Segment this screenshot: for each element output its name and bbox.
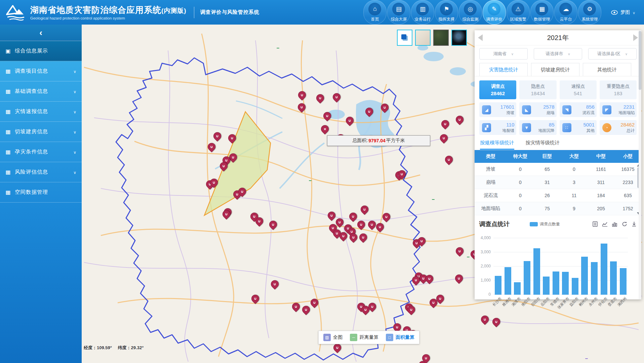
hazard-type-card[interactable]: ◤ 2231 地面塌陷	[600, 102, 637, 117]
hazard-pin-marker[interactable]	[376, 223, 384, 232]
hazard-pin-marker[interactable]	[492, 318, 500, 327]
point-card[interactable]: 重要隐患点 183	[600, 80, 637, 99]
sidebar-item[interactable]: ▦ 孕灾条件信息	[0, 142, 82, 162]
eye-icon[interactable]	[611, 10, 618, 15]
hazard-pin-marker[interactable]	[368, 303, 376, 312]
hazard-pin-marker[interactable]	[210, 179, 217, 188]
hazard-type-card[interactable]: ▞ 110 地裂缝	[479, 120, 516, 135]
sidebar-collapse-button[interactable]	[0, 25, 82, 41]
sidebar-item[interactable]: ▦ 灾情速报信息	[0, 102, 82, 122]
sidebar-item[interactable]: ▦ 基础调查信息	[0, 81, 82, 102]
nav-item[interactable]: ⚙ 系统管理	[578, 0, 601, 25]
hazard-pin-marker[interactable]	[383, 213, 390, 222]
hazard-pin-marker[interactable]	[302, 306, 310, 315]
hazard-pin-marker[interactable]	[298, 103, 305, 113]
hazard-pin-marker[interactable]	[440, 134, 447, 144]
hazard-pin-marker[interactable]	[229, 153, 237, 163]
nav-item[interactable]: ▥ 业务运行	[411, 0, 434, 25]
chart-legend[interactable]: 调查点数量	[530, 221, 560, 227]
hazard-pin-marker[interactable]	[456, 116, 463, 125]
sidebar-item[interactable]: ▣ 综合信息展示	[0, 41, 82, 61]
region-select[interactable]: 请选择县/区	[588, 48, 637, 60]
stat-tab[interactable]: 切坡建房统计	[531, 63, 579, 76]
region-select[interactable]: 湖南省	[479, 48, 528, 60]
hazard-pin-marker[interactable]	[350, 233, 357, 243]
sub-tab[interactable]: 按规模等级统计	[480, 140, 514, 150]
hazard-pin-marker[interactable]	[298, 91, 306, 101]
table-row[interactable]: 泥石流026 11184635	[475, 189, 641, 202]
hazard-type-card[interactable]: ◣ 2578 崩塌	[519, 102, 556, 117]
stat-tab[interactable]: 灾害隐患统计	[479, 63, 528, 76]
sidebar-item[interactable]: ▦ 切坡建房信息	[0, 122, 82, 142]
hazard-pin-marker[interactable]	[208, 143, 215, 152]
hazard-pin-marker[interactable]	[455, 275, 462, 284]
map-tool-button[interactable]: ─ 距离量算	[350, 334, 378, 341]
hazard-pin-marker[interactable]	[445, 156, 452, 165]
hazard-pin-marker[interactable]	[398, 170, 405, 180]
hazard-pin-marker[interactable]	[418, 237, 425, 247]
hazard-pin-marker[interactable]	[251, 295, 259, 304]
hazard-pin-marker[interactable]	[336, 218, 343, 228]
street-basemap-thumbnail[interactable]	[415, 30, 431, 46]
hazard-pin-marker[interactable]	[357, 221, 365, 230]
refresh-icon[interactable]	[622, 221, 627, 227]
hazard-pin-marker[interactable]	[359, 233, 367, 243]
table-row[interactable]: 地面塌陷075 92051752	[475, 202, 641, 215]
hazard-pin-marker[interactable]	[213, 132, 221, 142]
hazard-pin-marker[interactable]	[323, 112, 331, 121]
hazard-pin-marker[interactable]	[292, 303, 299, 312]
download-icon[interactable]	[632, 221, 637, 227]
hazard-pin-marker[interactable]	[381, 104, 388, 113]
hazard-pin-marker[interactable]	[269, 221, 277, 230]
point-card[interactable]: 隐患点 18434	[519, 80, 556, 99]
satellite-basemap-thumbnail[interactable]	[433, 30, 449, 46]
hazard-pin-marker[interactable]	[311, 299, 318, 308]
nav-item[interactable]: ✎ 调查评价	[483, 0, 506, 25]
sidebar-item[interactable]: ▦ 调查项目信息	[0, 61, 82, 81]
bar-chart-icon[interactable]	[612, 222, 617, 227]
hazard-pin-marker[interactable]	[238, 188, 246, 197]
hazard-pin-marker[interactable]	[271, 280, 278, 290]
hazard-pin-marker[interactable]	[412, 276, 419, 286]
hazard-pin-marker[interactable]	[430, 299, 437, 308]
table-row[interactable]: 崩塌031 33112233	[475, 176, 641, 189]
hazard-pin-marker[interactable]	[223, 210, 230, 220]
point-card[interactable]: 速报点 541	[560, 80, 597, 99]
hazard-pin-marker[interactable]	[349, 213, 357, 222]
data-view-icon[interactable]	[593, 221, 598, 227]
scrollbar-thumb[interactable]	[639, 31, 641, 90]
hazard-pin-marker[interactable]	[220, 162, 227, 172]
hazard-pin-marker[interactable]	[333, 93, 340, 103]
globe-basemap-thumbnail[interactable]	[451, 30, 467, 46]
hazard-type-card[interactable]: ◔ 28462 总计	[600, 120, 637, 135]
sidebar-item[interactable]: ▦ 空间数据管理	[0, 182, 82, 203]
panel-scrollbar[interactable]	[639, 30, 641, 299]
hazard-pin-marker[interactable]	[339, 232, 347, 242]
point-card[interactable]: 调查点 28462	[479, 80, 516, 99]
map-tool-button[interactable]: ▨ 全图	[323, 334, 343, 341]
hazard-pin-marker[interactable]	[362, 306, 369, 315]
nav-item[interactable]: ⚑ 指挥支撑	[435, 0, 458, 25]
year-next-arrow[interactable]	[633, 34, 638, 41]
hazard-pin-marker[interactable]	[328, 212, 335, 221]
hazard-pin-marker[interactable]	[422, 354, 430, 363]
nav-item[interactable]: ◎ 综合监测	[459, 0, 482, 25]
map-tool-button[interactable]: □ 面积量算	[386, 334, 414, 341]
sidebar-item[interactable]: ▦ 风险评估信息	[0, 162, 82, 182]
user-block[interactable]: 梦图	[611, 9, 635, 15]
hazard-pin-marker[interactable]	[316, 94, 324, 104]
hazard-pin-marker[interactable]	[426, 275, 433, 284]
nav-item[interactable]: ⚠ 区域预警	[507, 0, 530, 25]
hazard-pin-marker[interactable]	[441, 120, 449, 130]
hazard-pin-marker[interactable]	[481, 316, 488, 325]
hazard-type-card[interactable]: ◥ 856 泥石流	[560, 102, 597, 117]
hazard-pin-marker[interactable]	[255, 217, 263, 227]
table-row[interactable]: 滑坡065 0116116375	[475, 163, 641, 176]
nav-item[interactable]: ⌂ 首页	[363, 0, 387, 25]
stat-tab[interactable]: 其他统计	[583, 63, 631, 76]
hazard-pin-marker[interactable]	[346, 117, 353, 126]
hazard-type-card[interactable]: ▼ 85 地面沉降	[519, 120, 556, 135]
hazard-pin-marker[interactable]	[407, 306, 415, 315]
nav-item[interactable]: ▤ 综合大屏	[387, 0, 410, 25]
sub-tab[interactable]: 按灾情等级统计	[526, 140, 560, 150]
